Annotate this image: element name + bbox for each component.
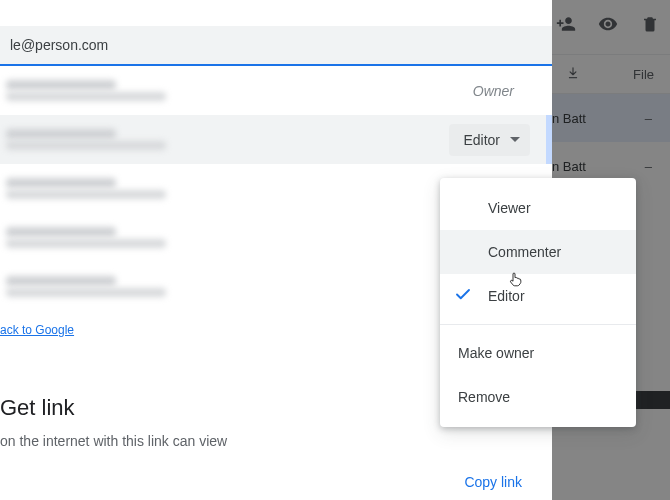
- person-info: [6, 129, 166, 150]
- person-name-redacted: [6, 178, 116, 188]
- person-email-redacted: [6, 141, 166, 150]
- person-email-redacted: [6, 288, 166, 297]
- person-row-editor: Editor: [0, 115, 552, 164]
- person-email-redacted: [6, 239, 166, 248]
- dropdown-separator: [440, 324, 636, 325]
- feedback-link[interactable]: ack to Google: [0, 323, 74, 337]
- check-icon: [454, 286, 472, 307]
- role-dropdown-label: Editor: [463, 132, 500, 148]
- copy-link-button[interactable]: Copy link: [464, 474, 522, 490]
- person-name-redacted: [6, 80, 116, 90]
- dropdown-item-label: Commenter: [488, 244, 561, 260]
- dropdown-item-make-owner[interactable]: Make owner: [440, 331, 636, 375]
- person-info: [6, 227, 166, 248]
- dropdown-item-editor[interactable]: Editor: [440, 274, 636, 318]
- person-email-redacted: [6, 190, 166, 199]
- person-name-redacted: [6, 227, 116, 237]
- role-owner-label: Owner: [473, 83, 530, 99]
- chevron-down-icon: [510, 137, 520, 142]
- dropdown-item-label: Editor: [488, 288, 525, 304]
- person-row-owner: Owner: [0, 66, 552, 115]
- dropdown-item-label: Remove: [458, 389, 510, 405]
- dropdown-item-label: Viewer: [488, 200, 531, 216]
- person-info: [6, 178, 166, 199]
- get-link-subtitle: on the internet with this link can view: [0, 433, 552, 449]
- email-input[interactable]: le@person.com: [0, 26, 552, 66]
- role-dropdown-menu: Viewer Commenter Editor Make owner Remov…: [440, 178, 636, 427]
- person-email-redacted: [6, 92, 166, 101]
- dropdown-item-label: Make owner: [458, 345, 534, 361]
- person-info: [6, 80, 166, 101]
- person-name-redacted: [6, 276, 116, 286]
- person-name-redacted: [6, 129, 116, 139]
- row-highlight-edge: [546, 115, 552, 164]
- dropdown-item-remove[interactable]: Remove: [440, 375, 636, 419]
- role-dropdown-trigger[interactable]: Editor: [449, 124, 530, 156]
- dropdown-item-viewer[interactable]: Viewer: [440, 186, 636, 230]
- dropdown-item-commenter[interactable]: Commenter: [440, 230, 636, 274]
- email-input-value: le@person.com: [10, 37, 108, 53]
- person-info: [6, 276, 166, 297]
